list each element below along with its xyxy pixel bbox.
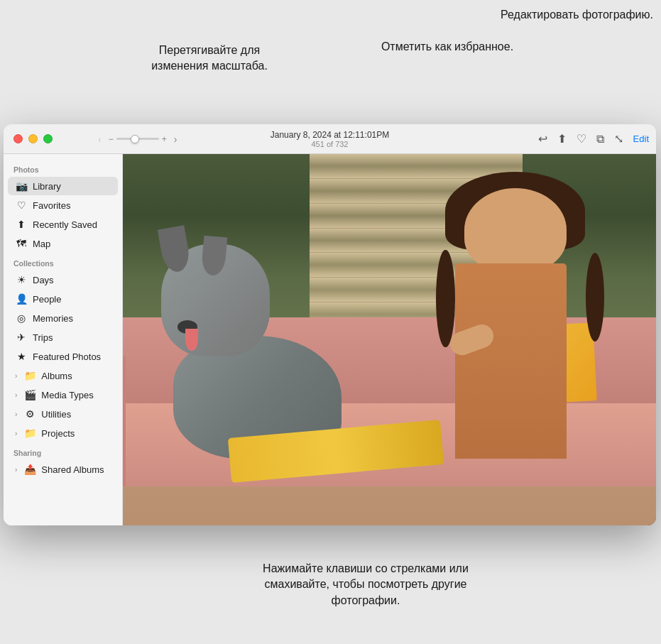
sidebar-item-shared-albums[interactable]: › 📤 Shared Albums xyxy=(8,460,118,479)
girl-body xyxy=(455,263,567,459)
sidebar-label-featured: Featured Photos xyxy=(33,351,101,362)
albums-icon: 📁 xyxy=(23,369,36,382)
girl-braid-right xyxy=(586,253,604,342)
sidebar-section-sharing: Sharing xyxy=(4,443,122,459)
days-icon: ☀ xyxy=(15,273,28,286)
titlebar-actions: ↩ ⬆ ♡ ⧉ ⤡ Edit xyxy=(538,132,649,146)
sidebar-item-trips[interactable]: ✈ Trips xyxy=(8,328,118,346)
dog-tongue xyxy=(185,329,198,351)
sidebar-label-days: Days xyxy=(33,275,54,285)
sidebar-label-media-types: Media Types xyxy=(41,390,93,400)
sidebar-section-collections: Collections xyxy=(4,253,122,270)
edit-button[interactable]: Edit xyxy=(633,133,649,144)
photo-count: 451 of 732 xyxy=(311,140,348,148)
sidebar-label-projects: Projects xyxy=(41,428,75,439)
zoom-slider[interactable]: − + xyxy=(109,134,167,144)
sofa-arm-left xyxy=(123,356,126,486)
recently-saved-icon: ⬆ xyxy=(15,218,28,231)
sidebar-label-utilities: Utilities xyxy=(41,409,71,420)
projects-icon: 📁 xyxy=(23,427,36,440)
shared-albums-icon: 📤 xyxy=(23,463,36,476)
close-button[interactable] xyxy=(13,134,23,143)
sidebar-section-photos: Photos xyxy=(4,160,122,176)
share-icon[interactable]: ⬆ xyxy=(557,132,567,146)
window-buttons xyxy=(4,134,53,143)
sidebar-item-albums[interactable]: › 📁 Albums xyxy=(8,366,118,385)
sidebar-label-library: Library xyxy=(33,181,61,192)
sidebar-item-memories[interactable]: ◎ Memories xyxy=(8,309,118,327)
photo-date: January 8, 2024 at 12:11:01PM xyxy=(271,130,389,140)
girl-head xyxy=(464,188,567,272)
sidebar-label-memories: Memories xyxy=(33,313,73,324)
sidebar-item-media-types[interactable]: › 🎬 Media Types xyxy=(8,386,118,404)
media-types-chevron-icon: › xyxy=(15,391,17,399)
zoom-plus-icon[interactable]: + xyxy=(162,134,167,144)
annotation-edit: Редактировать фотографию. xyxy=(497,7,653,23)
sidebar-item-map[interactable]: 🗺 Map xyxy=(8,234,118,253)
main-content: Photos 📷 Library ♡ Favorites ⬆ Recently … xyxy=(4,154,656,525)
media-types-icon: 🎬 xyxy=(23,388,36,401)
app-window: ‹ − + › January 8, 2024 at 12:11:01PM 45… xyxy=(4,124,656,525)
library-icon: 📷 xyxy=(15,180,28,192)
memories-icon: ◎ xyxy=(15,312,28,324)
photo-canvas xyxy=(123,154,656,525)
sidebar-item-projects[interactable]: › 📁 Projects xyxy=(8,424,118,442)
sidebar-item-days[interactable]: ☀ Days xyxy=(8,271,118,289)
prev-arrow[interactable]: ‹ xyxy=(95,132,104,146)
featured-icon: ★ xyxy=(15,350,28,363)
sidebar-item-favorites[interactable]: ♡ Favorites xyxy=(8,196,118,214)
girl-arm xyxy=(447,321,497,359)
favorites-icon: ♡ xyxy=(15,199,28,212)
sidebar-label-shared-albums: Shared Albums xyxy=(41,464,104,475)
shared-albums-chevron-icon: › xyxy=(15,466,17,474)
albums-chevron-icon: › xyxy=(15,372,17,380)
photo-area[interactable] xyxy=(123,154,656,525)
people-icon: 👤 xyxy=(15,293,28,305)
girl xyxy=(427,180,613,459)
minimize-button[interactable] xyxy=(28,134,38,143)
annotation-drag: Перетягивайте для изменения масштаба. xyxy=(138,43,280,75)
projects-chevron-icon: › xyxy=(15,430,17,437)
sidebar-label-favorites: Favorites xyxy=(33,200,70,211)
dog-ear-right xyxy=(201,235,228,276)
utilities-chevron-icon: › xyxy=(15,410,17,418)
titlebar-center: January 8, 2024 at 12:11:01PM 451 of 732 xyxy=(271,130,389,148)
utilities-icon: ⚙ xyxy=(23,408,36,420)
dog-head xyxy=(161,244,269,356)
rotate-icon[interactable]: ↩ xyxy=(538,132,547,146)
girl-braid-left xyxy=(436,250,454,347)
annotation-favorite: Отметить как избранное. xyxy=(376,39,518,55)
titlebar: ‹ − + › January 8, 2024 at 12:11:01PM 45… xyxy=(4,124,656,154)
map-icon: 🗺 xyxy=(15,237,28,250)
zoom-track[interactable] xyxy=(116,138,159,140)
maximize-button[interactable] xyxy=(43,134,53,143)
sidebar-label-map: Map xyxy=(33,239,50,249)
sidebar: Photos 📷 Library ♡ Favorites ⬆ Recently … xyxy=(4,154,123,525)
heart-icon[interactable]: ♡ xyxy=(577,132,586,146)
sidebar-label-people: People xyxy=(33,294,61,305)
zoom-thumb[interactable] xyxy=(131,135,139,143)
duplicate-icon[interactable]: ⧉ xyxy=(596,133,604,146)
sidebar-item-recently-saved[interactable]: ⬆ Recently Saved xyxy=(8,215,118,234)
annotation-navigate: Нажимайте клавиши со стрелками или смахи… xyxy=(263,561,469,608)
crop-icon[interactable]: ⤡ xyxy=(614,132,623,146)
sidebar-item-utilities[interactable]: › ⚙ Utilities xyxy=(8,405,118,423)
zoom-minus-icon[interactable]: − xyxy=(109,134,114,144)
sidebar-label-recently-saved: Recently Saved xyxy=(33,219,97,230)
titlebar-left: ‹ − + › xyxy=(53,132,180,146)
trips-icon: ✈ xyxy=(15,331,28,344)
sidebar-label-trips: Trips xyxy=(33,332,53,343)
sidebar-label-albums: Albums xyxy=(41,371,72,381)
sidebar-item-library[interactable]: 📷 Library xyxy=(8,177,118,195)
next-arrow[interactable]: › xyxy=(171,132,180,146)
sidebar-item-featured[interactable]: ★ Featured Photos xyxy=(8,347,118,366)
sidebar-item-people[interactable]: 👤 People xyxy=(8,290,118,308)
